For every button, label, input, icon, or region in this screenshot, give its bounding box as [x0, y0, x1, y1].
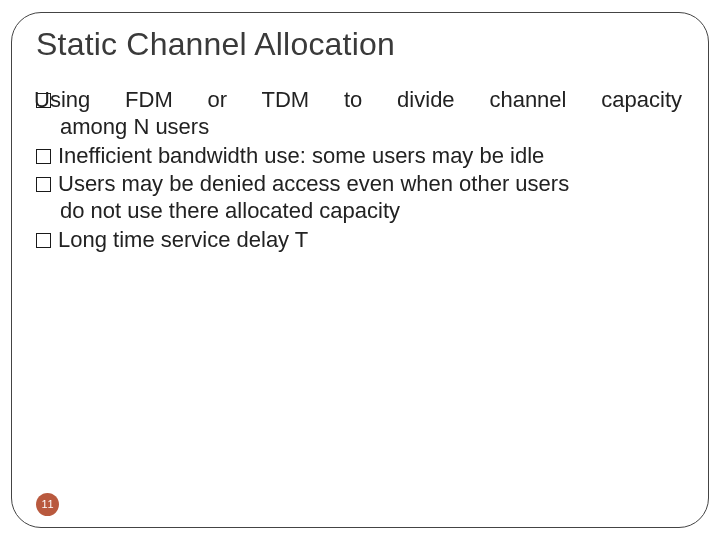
- list-item: Long time service delay T: [36, 227, 684, 254]
- list-item: Inefficient bandwidth use: some users ma…: [36, 143, 684, 170]
- slide-content: Using FDM or TDM to divide channel capac…: [36, 87, 684, 254]
- list-item-line1: Long time service delay T: [58, 227, 308, 252]
- list-item-rest: among N users: [60, 114, 209, 139]
- slide-title: Static Channel Allocation: [36, 0, 684, 63]
- slide: Static Channel Allocation Using FDM or T…: [0, 0, 720, 540]
- bullet-icon: [36, 177, 51, 192]
- list-item-rest: do not use there allocated capacity: [60, 198, 400, 223]
- list-item: Users may be denied access even when oth…: [36, 171, 684, 225]
- bullet-icon: [36, 149, 51, 164]
- bullet-icon: [36, 233, 51, 248]
- list-item-line1: Using FDM or TDM to divide channel capac…: [58, 87, 682, 114]
- list-item-line1: Users may be denied access even when oth…: [58, 171, 569, 196]
- list-item-line1: Inefficient bandwidth use: some users ma…: [58, 143, 544, 168]
- list-item: Using FDM or TDM to divide channel capac…: [36, 87, 684, 141]
- page-number-badge: 11: [36, 493, 59, 516]
